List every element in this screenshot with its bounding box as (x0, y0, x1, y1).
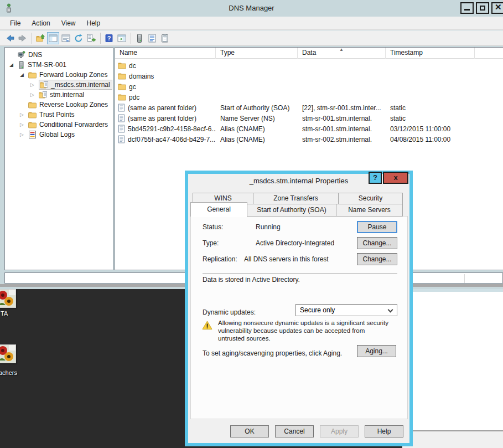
background-window (402, 284, 503, 448)
tree-item-stm-internal-zone[interactable]: stm.internal (5, 90, 113, 100)
close-button[interactable]: ✕ (491, 2, 503, 14)
menu-file[interactable]: File (4, 18, 26, 29)
record-name: (same as parent folder) (128, 104, 196, 112)
dynamic-updates-select[interactable]: Secure only (295, 304, 397, 316)
refresh-icon[interactable] (72, 32, 85, 44)
forward-icon[interactable] (17, 32, 29, 44)
titlebar[interactable]: DNS Manager ✕ (0, 0, 503, 17)
flowers-image (0, 345, 15, 363)
server-icon[interactable] (133, 32, 146, 44)
expand-collapse-icon[interactable] (20, 72, 28, 78)
expand-collapse-icon[interactable] (20, 122, 28, 127)
record-timestamp: static (386, 115, 475, 122)
record-timestamp: static (386, 104, 475, 112)
tree-item-forward-lookup-zones[interactable]: Forward Lookup Zones (5, 70, 113, 80)
record-list-icon[interactable] (146, 32, 158, 44)
list-row-record[interactable]: (same as parent folder) Name Server (NS)… (115, 113, 503, 123)
export-list-icon[interactable] (85, 32, 97, 44)
svg-text:?: ? (107, 35, 111, 42)
help-icon[interactable]: ? (103, 32, 115, 44)
desktop-shortcut-label-2[interactable]: achers (0, 369, 17, 376)
menu-view[interactable]: View (56, 18, 81, 29)
zone-properties-dialog: _msdcs.stm.internal Properties ? x WINS … (185, 171, 413, 446)
aging-button[interactable]: Aging... (357, 345, 396, 357)
list-row-folder[interactable]: domains (115, 71, 503, 81)
expand-collapse-icon[interactable] (30, 92, 39, 97)
record-type: Alias (CNAME) (216, 136, 298, 143)
dialog-close-button[interactable]: x (383, 172, 408, 184)
list-row-folder[interactable]: dc (115, 60, 503, 71)
screen: TA achers DNS Manager ✕ (0, 0, 503, 448)
record-data: [22], stm-sr-001.stm.inter... (298, 104, 386, 112)
tab-security[interactable]: Security (338, 193, 403, 204)
help-button[interactable]: Help (365, 425, 403, 437)
desktop-shortcut-flowers-1[interactable] (0, 289, 16, 308)
type-change-button[interactable]: Change... (357, 237, 397, 249)
tree-item-conditional-forwarders[interactable]: Conditional Forwarders (5, 120, 113, 130)
menu-help[interactable]: Help (81, 18, 106, 29)
record-name: dcf0755f-ac47-406d-b429-7... (128, 136, 215, 143)
record-name: (same as parent folder) (128, 115, 196, 122)
warning-text: Allowing nonsecure dynamic updates is a … (218, 319, 391, 342)
column-header-name[interactable]: Name (115, 48, 216, 59)
clipboard-icon[interactable] (159, 32, 171, 44)
tab-zone-transfers[interactable]: Zone Transfers (253, 193, 339, 204)
tree-item-trust-points[interactable]: Trust Points (5, 110, 113, 120)
list-row-record[interactable]: (same as parent folder) Start of Authori… (115, 102, 503, 113)
cancel-button[interactable]: Cancel (275, 425, 314, 437)
show-action-pane-icon[interactable] (116, 32, 128, 44)
expand-collapse-icon[interactable] (20, 112, 28, 117)
list-row-record[interactable]: dcf0755f-ac47-406d-b429-7... Alias (CNAM… (115, 134, 503, 145)
properties-window-icon[interactable] (60, 32, 72, 44)
up-one-level-icon[interactable] (34, 32, 46, 44)
maximize-icon (480, 6, 485, 11)
list-row-record[interactable]: 5bd45291-c9b2-4158-8ecf-6... Alias (CNAM… (115, 123, 503, 134)
aging-note: To set aging/scavenging properties, clic… (203, 349, 342, 357)
column-header-timestamp[interactable]: Timestamp (386, 48, 475, 59)
minimize-button[interactable] (460, 2, 474, 14)
list-row-folder[interactable]: pdc (115, 92, 503, 102)
tree-item-global-logs[interactable]: Global Logs (5, 130, 113, 140)
show-console-tree-icon[interactable] (47, 32, 59, 44)
pause-button[interactable]: Pause (357, 221, 397, 233)
tree-item-reverse-lookup-zones[interactable]: Reverse Lookup Zones (5, 100, 113, 110)
tab-name-servers[interactable]: Name Servers (336, 204, 403, 217)
record-data: stm-sr-002.stm.internal. (298, 136, 386, 143)
desktop-shortcut-label-1[interactable]: TA (1, 310, 8, 317)
expand-collapse-icon[interactable] (9, 62, 18, 68)
expand-collapse-icon[interactable] (30, 82, 39, 87)
column-header-type[interactable]: Type (216, 48, 298, 59)
back-icon[interactable] (4, 32, 16, 44)
tree-item-label: Global Logs (39, 131, 75, 138)
tree-item-msdcs-zone[interactable]: _msdcs.stm.internal (5, 80, 113, 90)
type-label: Type: (203, 239, 219, 247)
ok-button[interactable]: OK (230, 425, 269, 437)
status-label: Status: (203, 223, 223, 231)
server-icon (18, 61, 25, 69)
dialog-titlebar[interactable]: _msdcs.stm.internal Properties ? x (188, 174, 409, 188)
folder-name: pdc (129, 94, 139, 101)
toolbar-separator (131, 33, 131, 44)
folder-icon (118, 73, 126, 80)
tree-item-server[interactable]: STM-SR-001 (5, 60, 113, 70)
general-tab-panel: Status: Running Pause Type: Active Direc… (190, 216, 408, 419)
expand-collapse-icon[interactable] (20, 132, 28, 137)
menu-action[interactable]: Action (26, 18, 55, 29)
flowers-image (0, 290, 15, 307)
maximize-button[interactable] (476, 2, 489, 14)
dialog-help-button[interactable]: ? (369, 172, 382, 184)
tree-item-label: DNS (28, 51, 42, 59)
tab-general[interactable]: General (190, 202, 247, 217)
list-row-folder[interactable]: gc (115, 81, 503, 92)
tab-start-of-authority[interactable]: Start of Authority (SOA) (247, 204, 336, 217)
folder-icon (28, 71, 37, 79)
record-data: stm-sr-001.stm.internal. (298, 115, 386, 122)
desktop-shortcut-flowers-2[interactable] (0, 344, 16, 363)
toolbar: ? (0, 30, 503, 46)
tree-item-dns-root[interactable]: DNS (5, 50, 113, 60)
apply-button[interactable]: Apply (320, 425, 359, 437)
record-icon (118, 135, 125, 143)
selected-tree-item[interactable]: _msdcs.stm.internal (39, 80, 112, 90)
replication-change-button[interactable]: Change... (357, 253, 397, 265)
warning-icon (202, 321, 212, 330)
